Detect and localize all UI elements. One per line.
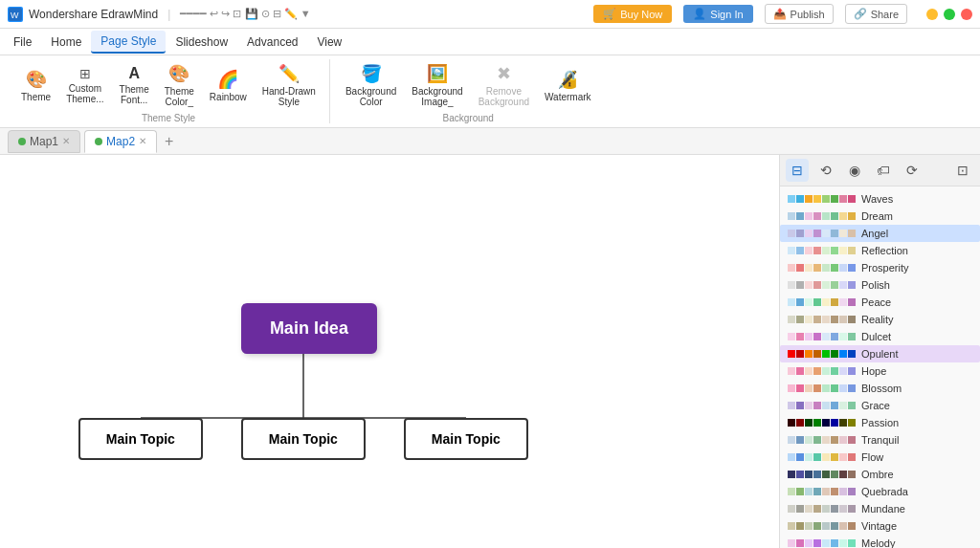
hand-drawn-button[interactable]: ✏️ Hand-DrawnStyle: [256, 59, 322, 111]
topic-box-2[interactable]: Main Topic: [241, 418, 366, 460]
theme-row-peace[interactable]: Peace: [780, 294, 980, 311]
close-button[interactable]: [961, 9, 972, 20]
theme-row-hope[interactable]: Hope: [780, 362, 980, 380]
panel-tab-outline[interactable]: ◉: [843, 159, 866, 182]
theme-row-prosperity[interactable]: Prosperity: [780, 259, 980, 276]
menu-view[interactable]: View: [307, 32, 351, 53]
theme-row-flow[interactable]: Flow: [780, 449, 980, 466]
theme-row-ombre[interactable]: Ombre: [780, 466, 980, 483]
minimize-button[interactable]: [926, 9, 938, 20]
swatch: [796, 522, 804, 530]
theme-row-vintage[interactable]: Vintage: [780, 517, 980, 535]
swatch: [839, 247, 847, 254]
topic-box-1[interactable]: Main Topic: [78, 418, 203, 460]
panel-expand-button[interactable]: ⊡: [951, 159, 974, 182]
menu-page-style[interactable]: Page Style: [91, 31, 166, 54]
menu-slideshow[interactable]: Slideshow: [166, 32, 237, 53]
theme-row-melody[interactable]: Melody: [780, 535, 980, 548]
swatch: [831, 471, 838, 478]
swatch: [813, 539, 821, 547]
theme-name-label: Vintage: [861, 520, 897, 532]
share-button[interactable]: 🔗 Share: [845, 4, 907, 24]
watermark-button[interactable]: 🔏 Watermark: [539, 65, 597, 106]
buy-now-button[interactable]: 🛒 Buy Now: [593, 5, 672, 23]
background-color-button[interactable]: 🪣 BackgroundColor: [340, 59, 402, 111]
theme-row-reflection[interactable]: Reflection: [780, 242, 980, 259]
topic-box-3[interactable]: Main Topic: [404, 418, 528, 460]
swatch: [813, 316, 821, 323]
swatch: [805, 505, 813, 513]
theme-button[interactable]: 🎨 Theme: [15, 65, 56, 106]
publish-button[interactable]: 📤 Publish: [765, 4, 834, 24]
theme-font-button[interactable]: A ThemeFont...: [114, 61, 155, 109]
tab-map2-close[interactable]: ✕: [139, 136, 146, 146]
swatch: [839, 384, 847, 392]
theme-name-label: Dulcet: [861, 331, 891, 342]
user-icon: 👤: [693, 8, 706, 20]
tab-map1-close[interactable]: ✕: [62, 136, 70, 146]
swatch: [788, 522, 795, 530]
swatch: [788, 453, 795, 461]
theme-row-polish[interactable]: Polish: [780, 276, 980, 294]
swatch: [839, 436, 847, 444]
swatch: [805, 488, 813, 495]
menu-advanced[interactable]: Advanced: [237, 32, 307, 53]
theme-row-waves[interactable]: Waves: [780, 190, 980, 208]
theme-row-reality[interactable]: Reality: [780, 311, 980, 328]
theme-row-quebrada[interactable]: Quebrada: [780, 483, 980, 500]
theme-row-dream[interactable]: Dream: [780, 208, 980, 225]
swatch: [822, 522, 830, 530]
swatch: [822, 350, 830, 358]
maximize-button[interactable]: [944, 9, 955, 20]
menu-home[interactable]: Home: [41, 32, 91, 53]
theme-row-grace[interactable]: Grace: [780, 397, 980, 414]
swatch: [822, 453, 830, 461]
canvas[interactable]: Main Idea Main Topic Main Topic Main Top…: [0, 155, 779, 548]
swatch: [848, 350, 856, 358]
panel-tab-relation[interactable]: ⟳: [901, 159, 924, 182]
swatch: [796, 384, 804, 392]
swatch: [805, 316, 813, 323]
theme-swatches-8: [788, 333, 856, 340]
swatch: [813, 212, 821, 220]
swatch: [813, 384, 821, 392]
swatch: [848, 453, 856, 461]
swatch: [848, 247, 856, 254]
panel-tab-marker[interactable]: 🏷: [872, 159, 895, 182]
swatch: [822, 419, 830, 427]
publish-icon: 📤: [773, 8, 787, 20]
panel-tab-layout[interactable]: ⊟: [786, 159, 809, 182]
swatch: [805, 298, 813, 306]
swatch: [805, 333, 813, 340]
swatch: [796, 488, 804, 495]
sign-in-button[interactable]: 👤 Sign In: [683, 5, 752, 23]
theme-color-button[interactable]: 🎨 ThemeColor_: [159, 59, 200, 111]
theme-row-mundane[interactable]: Mundane: [780, 500, 980, 517]
swatch: [805, 367, 813, 375]
swatch: [788, 298, 795, 306]
menu-file[interactable]: File: [4, 32, 41, 53]
tab-map1[interactable]: Map1 ✕: [8, 130, 80, 153]
rainbow-button[interactable]: 🌈 Rainbow: [204, 65, 253, 106]
add-tab-button[interactable]: +: [161, 133, 177, 150]
swatch: [839, 195, 847, 203]
theme-row-tranquil[interactable]: Tranquil: [780, 431, 980, 449]
swatch: [848, 316, 856, 323]
theme-row-blossom[interactable]: Blossom: [780, 380, 980, 397]
theme-row-angel[interactable]: Angel: [780, 225, 980, 242]
swatch: [796, 367, 804, 375]
custom-theme-button[interactable]: ⊞ CustomTheme...: [60, 62, 109, 108]
theme-swatches-17: [788, 488, 856, 495]
swatch: [839, 264, 847, 272]
theme-row-opulent[interactable]: Opulent: [780, 345, 980, 362]
panel-tab-shape[interactable]: ⟲: [814, 159, 837, 182]
theme-row-passion[interactable]: Passion: [780, 414, 980, 431]
swatch: [831, 247, 838, 254]
swatch: [839, 298, 847, 306]
swatch: [796, 316, 804, 323]
topic-2-label: Main Topic: [269, 431, 338, 447]
tab-map2[interactable]: Map2 ✕: [84, 130, 157, 153]
background-image-button[interactable]: 🖼️ BackgroundImage_: [406, 59, 468, 111]
main-idea-box[interactable]: Main Idea: [241, 303, 377, 354]
theme-row-dulcet[interactable]: Dulcet: [780, 328, 980, 345]
